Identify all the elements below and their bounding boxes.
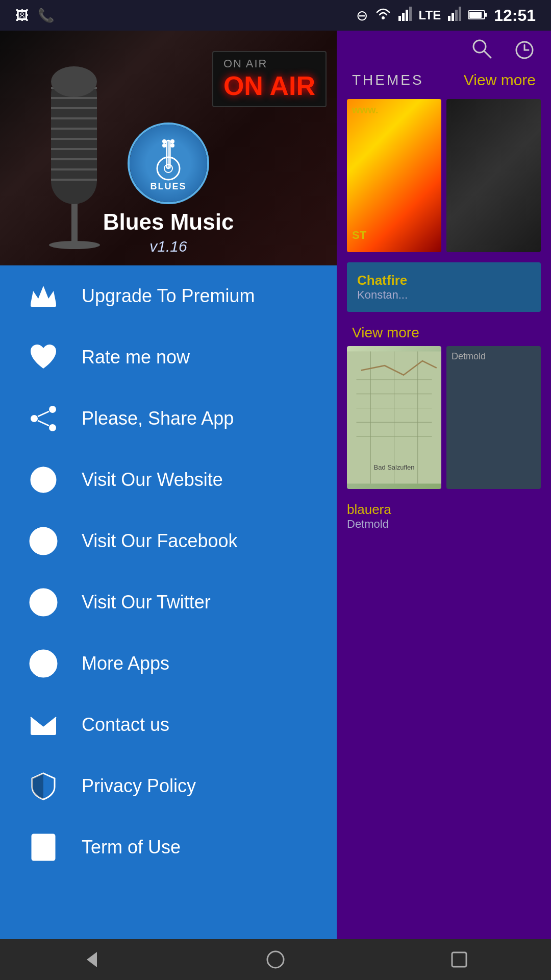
- recent-button[interactable]: [434, 944, 485, 975]
- menu-item-terms[interactable]: Term of Use: [0, 817, 337, 878]
- theme-card-fire[interactable]: www. ST: [347, 99, 441, 252]
- list-icon: [26, 829, 61, 865]
- menu-item-more-apps[interactable]: More Apps: [0, 633, 337, 694]
- blauer-sub: Detmold: [347, 518, 541, 531]
- svg-point-43: [162, 143, 166, 148]
- mail-icon: [26, 707, 61, 743]
- view-more-top[interactable]: View more: [464, 71, 536, 89]
- svg-rect-4: [409, 7, 412, 21]
- fire-label: ST: [352, 229, 436, 242]
- chatfire-section: Chatfire Konstan...: [347, 262, 541, 312]
- svg-point-52: [49, 424, 56, 431]
- chatfire-title: Chatfire: [357, 273, 531, 288]
- bottom-grid: Bad Salzuflen Detmold: [347, 346, 541, 497]
- signal-icon: [398, 7, 412, 24]
- back-button[interactable]: [66, 944, 117, 975]
- svg-text:f: f: [39, 530, 46, 551]
- on-air-text: ON AIR: [223, 70, 315, 101]
- theme-card-dark[interactable]: [446, 99, 541, 252]
- blauer-title: blauerа: [347, 502, 541, 518]
- instagram-icon: [26, 646, 61, 681]
- right-panel: THEMES View more www. ST Chatfire Konsta…: [337, 31, 551, 939]
- image-icon: 🖼: [15, 8, 29, 23]
- map-card-left[interactable]: Bad Salzuflen: [347, 346, 441, 489]
- globe-icon: [26, 462, 61, 498]
- search-icon[interactable]: [470, 37, 493, 65]
- app-name: Blues Music: [103, 209, 234, 235]
- menu-item-share[interactable]: Please, Share App: [0, 388, 337, 449]
- heart-icon: [26, 339, 61, 375]
- svg-rect-10: [485, 13, 487, 17]
- menu-item-upgrade[interactable]: Upgrade To Premium: [0, 265, 337, 327]
- on-air-sign: ON AIR ON AIR: [212, 51, 327, 107]
- svg-point-26: [49, 241, 100, 249]
- menu-item-contact[interactable]: Contact us: [0, 694, 337, 755]
- blauer-section: blauerа Detmold: [347, 502, 541, 531]
- svg-rect-29: [51, 97, 97, 99]
- logo-inner: BLUES: [130, 125, 207, 202]
- more-apps-label: More Apps: [82, 653, 169, 674]
- menu-item-website[interactable]: Visit Our Website: [0, 449, 337, 510]
- svg-point-38: [51, 66, 97, 97]
- svg-rect-35: [51, 158, 97, 160]
- app-header: ON AIR ON AIR: [0, 31, 337, 265]
- menu-item-twitter[interactable]: Visit Our Twitter: [0, 572, 337, 633]
- menu-item-privacy[interactable]: Privacy Policy: [0, 755, 337, 817]
- svg-point-50: [49, 406, 56, 413]
- svg-rect-33: [51, 138, 97, 140]
- svg-rect-32: [51, 128, 97, 130]
- svg-line-54: [38, 421, 49, 426]
- svg-rect-1: [398, 16, 401, 21]
- svg-rect-30: [51, 107, 97, 109]
- navigation-bar: [0, 939, 551, 980]
- drawer-menu: ON AIR ON AIR: [0, 31, 337, 939]
- shield-icon: [26, 768, 61, 804]
- signal2-icon: [448, 7, 461, 24]
- svg-text:Bad Salzuflen: Bad Salzuflen: [374, 463, 415, 471]
- crown-icon: [26, 278, 61, 314]
- svg-rect-37: [51, 179, 97, 181]
- themes-section-header: THEMES View more: [347, 71, 541, 89]
- svg-point-12: [473, 40, 486, 53]
- svg-rect-5: [448, 16, 450, 21]
- logo-label: BLUES: [150, 181, 186, 192]
- menu-item-rate[interactable]: Rate me now: [0, 327, 337, 388]
- home-button[interactable]: [250, 944, 301, 975]
- upgrade-label: Upgrade To Premium: [82, 285, 255, 307]
- on-air-label: ON AIR: [223, 57, 315, 70]
- svg-marker-70: [87, 952, 97, 967]
- right-content: THEMES View more www. ST Chatfire Konsta…: [337, 71, 551, 531]
- svg-point-71: [267, 951, 284, 968]
- svg-rect-49: [31, 304, 56, 307]
- app-logo: BLUES: [128, 122, 209, 204]
- lte-icon: LTE: [419, 8, 441, 22]
- wifi-icon: [375, 7, 391, 24]
- svg-line-13: [485, 52, 491, 58]
- svg-rect-8: [459, 7, 461, 21]
- phone-icon: 📞: [38, 8, 54, 23]
- svg-rect-6: [452, 13, 454, 21]
- chatfire-sub: Konstan...: [357, 288, 531, 302]
- svg-point-44: [170, 143, 174, 148]
- svg-rect-31: [51, 117, 97, 119]
- svg-rect-7: [455, 10, 458, 21]
- twitter-label: Visit Our Twitter: [82, 592, 211, 613]
- theme-card-right-bottom[interactable]: Detmold: [446, 346, 541, 489]
- history-icon[interactable]: [513, 39, 536, 63]
- view-more-mid[interactable]: View more: [347, 320, 541, 346]
- svg-rect-11: [469, 12, 482, 18]
- svg-point-42: [170, 139, 174, 143]
- svg-point-41: [162, 139, 166, 143]
- share-label: Please, Share App: [82, 408, 234, 429]
- svg-point-63: [38, 658, 48, 669]
- dnd-icon: ⊖: [356, 7, 368, 24]
- svg-point-0: [382, 16, 385, 19]
- right-top-bar: [337, 31, 551, 71]
- menu-list: Upgrade To Premium Rate me now: [0, 265, 337, 939]
- status-bar-left-icons: 🖼 📞: [15, 8, 54, 23]
- menu-item-facebook[interactable]: f Visit Our Facebook: [0, 510, 337, 572]
- app-version: v1.16: [149, 238, 187, 255]
- svg-point-64: [48, 656, 51, 659]
- facebook-label: Visit Our Facebook: [82, 530, 237, 552]
- status-bar-right-icons: ⊖ LTE: [356, 6, 536, 25]
